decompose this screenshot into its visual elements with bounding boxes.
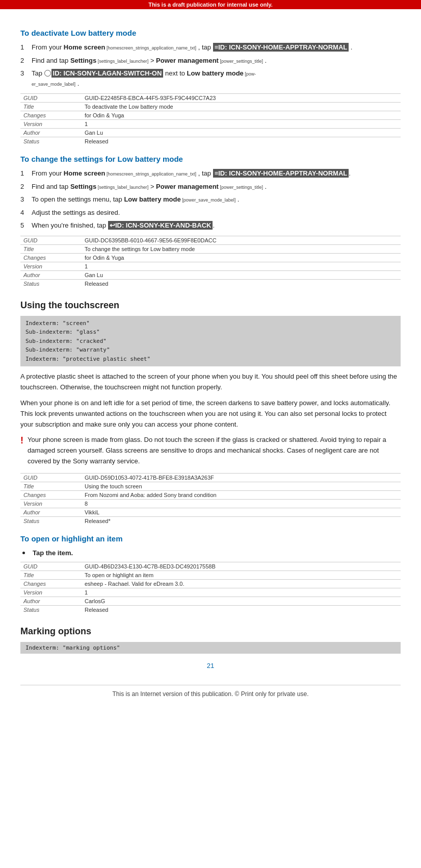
step-1-3: 3 Tap ID: ICN-SONY-LAGAN-SWITCH-ON next …	[20, 68, 401, 88]
step-2-2: 2 Find and tap Settings [settings_label_…	[20, 182, 401, 192]
circle-icon	[44, 70, 51, 77]
section-deactivate-heading: To deactivate Low battery mode	[20, 29, 401, 37]
step-1-1: 1 From your Home screen [homescreen_stri…	[20, 42, 401, 53]
touchscreen-code-block: Indexterm: "screen" Sub-indexterm: "glas…	[20, 316, 401, 367]
section-open-highlight-heading: To open or highlight an item	[20, 534, 401, 543]
open-highlight-list: Tap the item.	[31, 548, 401, 557]
section-touchscreen-heading: Using the touchscreen	[20, 300, 401, 311]
step-2-1: 1 From your Home screen [homescreen_stri…	[20, 168, 401, 179]
section-deactivate-steps: 1 From your Home screen [homescreen_stri…	[20, 42, 401, 88]
section-touchscreen: Using the touchscreen Indexterm: "screen…	[20, 300, 401, 525]
section-change-settings: To change the settings for Low battery m…	[20, 155, 401, 288]
highlight-back: ↩ID: ICN-SONY-KEY-AND-BACK	[108, 221, 213, 230]
touchscreen-para1: A protective plastic sheet is attached t…	[20, 371, 401, 393]
warning-text: Your phone screen is made from glass. Do…	[28, 435, 401, 466]
highlight-apptray-2: ≡ID: ICN-SONY-HOME-APPTRAY-NORMAL	[213, 169, 349, 178]
open-highlight-item: Tap the item.	[31, 548, 401, 557]
footer-text: This is an Internet version of this publ…	[20, 685, 401, 698]
section-change-steps: 1 From your Home screen [homescreen_stri…	[20, 168, 401, 231]
step-1-2: 2 Find and tap Settings [settings_label_…	[20, 56, 401, 66]
marking-code-block: Indexterm: "marking options"	[20, 642, 401, 654]
section1-metadata: GUIDGUID-E22485F8-EBCA-44F5-93F5-F9C449C…	[20, 93, 401, 145]
section-open-highlight: To open or highlight an item Tap the ite…	[20, 534, 401, 614]
step-2-3: 3 To open the settings menu, tap Low bat…	[20, 194, 401, 205]
page-number: 21	[20, 662, 401, 669]
warning-block: ! Your phone screen is made from glass. …	[20, 435, 401, 466]
section3-metadata: GUIDGUID-D59D1053-4072-417B-BFE8-E3918A3…	[20, 473, 401, 525]
draft-banner: This is a draft publication for internal…	[0, 0, 421, 9]
section-marking-heading: Marking options	[20, 626, 401, 637]
highlight-apptray-1: ≡ID: ICN-SONY-HOME-APPTRAY-NORMAL	[213, 43, 349, 52]
touchscreen-para2: When your phone is on and left idle for …	[20, 398, 401, 430]
section4-metadata: GUIDGUID-4B6D2343-E130-4C7B-8ED3-DC49201…	[20, 562, 401, 614]
highlight-switch-on: ID: ICN-SONY-LAGAN-SWITCH-ON	[51, 69, 164, 78]
step-2-5: 5 When you're finished, tap ↩ID: ICN-SON…	[20, 220, 401, 231]
tap-item-text: Tap the item.	[33, 549, 73, 557]
section-change-heading: To change the settings for Low battery m…	[20, 155, 401, 163]
section-marking-options: Marking options Indexterm: "marking opti…	[20, 626, 401, 654]
step-2-4: 4 Adjust the settings as desired.	[20, 208, 401, 218]
warning-icon: !	[20, 435, 23, 446]
section-deactivate: To deactivate Low battery mode 1 From yo…	[20, 29, 401, 145]
section2-metadata: GUIDGUID-DC6395BB-6010-4667-9E56-6E99F8E…	[20, 236, 401, 288]
